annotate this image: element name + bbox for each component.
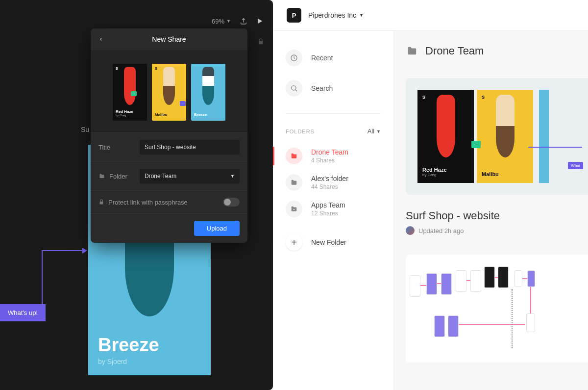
lock-icon[interactable] <box>257 38 264 45</box>
share-preview: S Red Haze by Greg S Malibu Breeze ··· ·… <box>91 50 247 132</box>
preview-card <box>539 90 549 183</box>
project-preview-flowchart[interactable] <box>406 255 588 363</box>
title-input[interactable] <box>140 140 240 155</box>
modal-header: New Share <box>91 28 247 50</box>
surfboard-graphic <box>202 67 214 105</box>
card-badge: S <box>422 95 425 100</box>
folder-name: Apps Team <box>311 201 345 209</box>
passphrase-toggle[interactable] <box>223 198 240 207</box>
card-name: Red Haze <box>422 167 469 173</box>
folder-name: Drone Team <box>311 148 348 156</box>
node-label-whatsup[interactable]: What's up! <box>0 304 46 321</box>
surfboard-graphic <box>437 95 455 157</box>
preview-thumb: S Malibu <box>152 64 186 121</box>
surfboard-graphic <box>124 67 136 105</box>
flow-connector <box>530 287 531 313</box>
zoom-value: 69% <box>212 18 224 25</box>
preview-thumb: Breeze <box>191 64 225 121</box>
thumb-badge: S <box>155 67 157 70</box>
thumb-name: Red Haze <box>116 109 144 114</box>
plus-icon: + <box>286 234 302 251</box>
upload-button[interactable]: Upload <box>194 221 240 236</box>
thumb-name: Malibu <box>155 112 183 117</box>
page-title: Drone Team <box>406 45 588 57</box>
protect-label: Protect link with passphrase <box>108 199 188 206</box>
thumb-name: Breeze <box>194 112 222 117</box>
folder-select[interactable]: Drone Team ▼ <box>140 169 240 183</box>
project-meta: Surf Shop - website Updated 2h ago <box>406 209 588 235</box>
dashboard-header: P Piperdrones Inc ▼ <box>273 0 588 31</box>
folder-icon <box>406 46 418 56</box>
surfboard-graphic <box>496 95 514 157</box>
flow-node <box>410 275 420 297</box>
flow-arrowhead <box>82 248 87 254</box>
flow-connector <box>522 278 527 279</box>
folder-name: Alex's folder <box>311 175 348 182</box>
nav-search[interactable]: Search <box>273 73 393 104</box>
folders-filter[interactable]: All ▼ <box>368 128 381 135</box>
flow-node <box>526 313 535 332</box>
flow-divider <box>512 289 513 348</box>
project-preview-strip[interactable]: S Red Haze by Greg S Malibu ··· What <box>406 78 588 195</box>
thumb-badge: S <box>116 67 118 70</box>
divider <box>286 113 381 114</box>
chevron-down-icon: ▼ <box>376 129 381 134</box>
flow-node <box>441 273 452 295</box>
flow-connector <box>42 250 86 314</box>
artboard-subtitle: by Sjoerd <box>98 358 201 365</box>
editor-panel: Su What's up! Breeze by Sjoerd 69% ▼ Ne <box>0 0 273 390</box>
share-icon[interactable] <box>240 17 247 25</box>
card-name: Malibu <box>482 171 528 177</box>
editor-toolbar: 69% ▼ <box>212 17 263 25</box>
new-folder-button[interactable]: + New Folder <box>273 229 393 256</box>
folder-alex[interactable]: Alex's folder 44 Shares <box>273 169 393 196</box>
modal-footer: Upload <box>91 213 247 243</box>
zoom-control[interactable]: 69% ▼ <box>212 18 231 25</box>
folder-icon <box>286 148 302 164</box>
thumb-sub: by Greg <box>116 114 144 117</box>
dashboard-content: Drone Team S Red Haze by Greg S Malibu ·… <box>394 31 588 390</box>
chevron-down-icon: ▼ <box>226 19 231 24</box>
flow-connector <box>420 285 426 286</box>
flow-node <box>456 270 466 292</box>
surfboard-graphic <box>163 67 175 105</box>
chevron-down-icon: ▼ <box>230 174 235 179</box>
org-avatar[interactable]: P <box>287 8 301 23</box>
nav-recent[interactable]: Recent <box>273 43 393 73</box>
flow-node <box>527 270 535 287</box>
folder-apps-team[interactable]: Apps Team 12 Shares <box>273 196 393 222</box>
flow-tag: ··· <box>131 91 137 96</box>
flow-tag: What <box>568 162 583 169</box>
project-updated: Updated 2h ago <box>418 227 464 234</box>
back-button[interactable] <box>98 36 113 43</box>
flow-node <box>426 273 437 295</box>
chevron-down-icon: ▼ <box>359 13 364 18</box>
folder-count: 4 Shares <box>311 157 348 164</box>
folder-row: Folder Drone Team ▼ <box>91 161 247 190</box>
folder-count: 12 Shares <box>311 210 345 217</box>
modal-title: New Share <box>113 35 225 43</box>
flow-connector <box>495 277 498 278</box>
dashboard-panel: P Piperdrones Inc ▼ Recent Search FOLDER… <box>273 0 588 390</box>
new-share-modal: New Share S Red Haze by Greg S Malibu Br… <box>91 28 247 243</box>
field-label: Title <box>98 144 133 151</box>
folder-drone-team[interactable]: Drone Team 4 Shares <box>273 143 393 169</box>
clock-icon <box>286 50 302 66</box>
project-name[interactable]: Surf Shop - website <box>406 209 588 222</box>
flow-connector <box>437 283 441 284</box>
artboard-label: Su <box>81 126 89 133</box>
preview-card: S Malibu <box>477 90 533 183</box>
play-icon[interactable] <box>256 18 263 25</box>
svg-point-2 <box>294 209 294 210</box>
flow-node <box>448 315 459 337</box>
flow-connector <box>466 280 470 281</box>
search-icon <box>286 80 302 97</box>
org-switcher[interactable]: Piperdrones Inc ▼ <box>308 11 364 19</box>
card-sub: by Greg <box>422 173 469 177</box>
dashboard-sidebar: Recent Search FOLDERS All ▼ <box>273 31 394 390</box>
artboard-title: Breeze <box>98 335 201 356</box>
folders-heading: FOLDERS <box>286 129 315 134</box>
flow-tag: ··· <box>471 141 481 148</box>
flow-connector <box>528 147 582 148</box>
user-avatar[interactable] <box>406 226 415 235</box>
